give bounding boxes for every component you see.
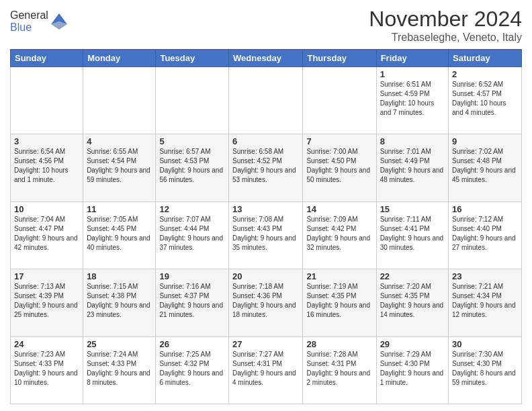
weekday-header: Wednesday — [229, 50, 303, 67]
day-info: Sunrise: 7:24 AM Sunset: 4:33 PM Dayligh… — [87, 350, 152, 387]
calendar-cell: 15Sunrise: 7:11 AM Sunset: 4:41 PM Dayli… — [376, 201, 448, 269]
day-info: Sunrise: 6:55 AM Sunset: 4:54 PM Dayligh… — [87, 147, 152, 185]
page: General Blue November 2024 Trebaseleghe,… — [0, 0, 532, 411]
header: General Blue November 2024 Trebaseleghe,… — [10, 7, 522, 44]
day-info: Sunrise: 7:00 AM Sunset: 4:50 PM Dayligh… — [306, 147, 372, 185]
day-number: 20 — [232, 271, 299, 281]
calendar-cell: 9Sunrise: 7:02 AM Sunset: 4:48 PM Daylig… — [449, 134, 522, 201]
day-info: Sunrise: 7:04 AM Sunset: 4:47 PM Dayligh… — [14, 215, 79, 253]
weekday-header: Tuesday — [156, 50, 229, 67]
day-number: 10 — [14, 204, 79, 214]
logo: General Blue — [10, 9, 69, 34]
day-info: Sunrise: 6:57 AM Sunset: 4:53 PM Dayligh… — [159, 147, 225, 185]
calendar-cell: 12Sunrise: 7:07 AM Sunset: 4:44 PM Dayli… — [156, 201, 229, 269]
calendar-cell: 29Sunrise: 7:29 AM Sunset: 4:30 PM Dayli… — [376, 336, 448, 404]
calendar-cell — [229, 67, 303, 134]
calendar-cell: 22Sunrise: 7:20 AM Sunset: 4:35 PM Dayli… — [376, 269, 448, 336]
calendar-cell — [303, 67, 376, 134]
day-number: 14 — [306, 204, 372, 214]
weekday-header: Sunday — [11, 50, 83, 67]
day-number: 6 — [232, 136, 299, 146]
calendar-cell: 24Sunrise: 7:23 AM Sunset: 4:33 PM Dayli… — [11, 336, 83, 404]
calendar-cell: 23Sunrise: 7:21 AM Sunset: 4:34 PM Dayli… — [449, 269, 522, 336]
day-number: 1 — [380, 69, 445, 79]
day-number: 29 — [380, 339, 445, 349]
calendar-cell: 18Sunrise: 7:15 AM Sunset: 4:38 PM Dayli… — [83, 269, 156, 336]
day-number: 16 — [452, 204, 518, 214]
day-number: 7 — [306, 136, 372, 146]
calendar-cell: 20Sunrise: 7:18 AM Sunset: 4:36 PM Dayli… — [229, 269, 303, 336]
day-info: Sunrise: 7:30 AM Sunset: 4:30 PM Dayligh… — [452, 350, 518, 387]
calendar-table: SundayMondayTuesdayWednesdayThursdayFrid… — [10, 49, 522, 404]
day-number: 25 — [87, 339, 152, 349]
calendar-cell: 8Sunrise: 7:01 AM Sunset: 4:49 PM Daylig… — [376, 134, 448, 201]
calendar-cell: 11Sunrise: 7:05 AM Sunset: 4:45 PM Dayli… — [83, 201, 156, 269]
day-info: Sunrise: 7:12 AM Sunset: 4:40 PM Dayligh… — [452, 215, 518, 253]
day-number: 21 — [306, 271, 372, 281]
day-info: Sunrise: 7:28 AM Sunset: 4:31 PM Dayligh… — [306, 350, 372, 387]
location-title: Trebaseleghe, Veneto, Italy — [369, 32, 522, 44]
day-number: 13 — [232, 204, 299, 214]
calendar-cell: 13Sunrise: 7:08 AM Sunset: 4:43 PM Dayli… — [229, 201, 303, 269]
logo-general-text: General — [10, 9, 48, 21]
day-info: Sunrise: 7:15 AM Sunset: 4:38 PM Dayligh… — [87, 282, 152, 320]
day-info: Sunrise: 7:07 AM Sunset: 4:44 PM Dayligh… — [159, 215, 225, 253]
title-block: November 2024 Trebaseleghe, Veneto, Ital… — [369, 7, 522, 44]
weekday-header: Monday — [83, 50, 156, 67]
calendar-cell: 21Sunrise: 7:19 AM Sunset: 4:35 PM Dayli… — [303, 269, 376, 336]
day-number: 15 — [380, 204, 445, 214]
day-number: 9 — [452, 136, 518, 146]
day-number: 26 — [159, 339, 225, 349]
calendar-cell: 10Sunrise: 7:04 AM Sunset: 4:47 PM Dayli… — [11, 201, 83, 269]
calendar-week-row: 10Sunrise: 7:04 AM Sunset: 4:47 PM Dayli… — [11, 201, 522, 269]
day-info: Sunrise: 7:23 AM Sunset: 4:33 PM Dayligh… — [14, 350, 79, 387]
calendar-cell: 1Sunrise: 6:51 AM Sunset: 4:59 PM Daylig… — [376, 67, 448, 134]
day-number: 2 — [452, 69, 518, 79]
day-info: Sunrise: 7:18 AM Sunset: 4:36 PM Dayligh… — [232, 282, 299, 320]
calendar-cell — [11, 67, 83, 134]
calendar-cell: 14Sunrise: 7:09 AM Sunset: 4:42 PM Dayli… — [303, 201, 376, 269]
calendar-cell: 6Sunrise: 6:58 AM Sunset: 4:52 PM Daylig… — [229, 134, 303, 201]
calendar-cell: 26Sunrise: 7:25 AM Sunset: 4:32 PM Dayli… — [156, 336, 229, 404]
day-info: Sunrise: 7:20 AM Sunset: 4:35 PM Dayligh… — [380, 282, 445, 320]
calendar-week-row: 17Sunrise: 7:13 AM Sunset: 4:39 PM Dayli… — [11, 269, 522, 336]
day-number: 8 — [380, 136, 445, 146]
calendar-cell: 28Sunrise: 7:28 AM Sunset: 4:31 PM Dayli… — [303, 336, 376, 404]
calendar-cell: 27Sunrise: 7:27 AM Sunset: 4:31 PM Dayli… — [229, 336, 303, 404]
logo-blue-text: Blue — [10, 21, 32, 33]
weekday-header: Friday — [376, 50, 448, 67]
day-info: Sunrise: 7:09 AM Sunset: 4:42 PM Dayligh… — [306, 215, 372, 253]
day-info: Sunrise: 7:13 AM Sunset: 4:39 PM Dayligh… — [14, 282, 79, 320]
day-info: Sunrise: 6:58 AM Sunset: 4:52 PM Dayligh… — [232, 147, 299, 185]
calendar-cell — [156, 67, 229, 134]
day-number: 23 — [452, 271, 518, 281]
day-number: 30 — [452, 339, 518, 349]
calendar-header-row: SundayMondayTuesdayWednesdayThursdayFrid… — [11, 50, 522, 67]
day-number: 5 — [159, 136, 225, 146]
day-number: 18 — [87, 271, 152, 281]
day-number: 28 — [306, 339, 372, 349]
day-info: Sunrise: 7:02 AM Sunset: 4:48 PM Dayligh… — [452, 147, 518, 185]
calendar-cell: 2Sunrise: 6:52 AM Sunset: 4:57 PM Daylig… — [449, 67, 522, 134]
day-number: 11 — [87, 204, 152, 214]
calendar-cell: 16Sunrise: 7:12 AM Sunset: 4:40 PM Dayli… — [449, 201, 522, 269]
day-info: Sunrise: 7:11 AM Sunset: 4:41 PM Dayligh… — [380, 215, 445, 253]
calendar-cell: 30Sunrise: 7:30 AM Sunset: 4:30 PM Dayli… — [449, 336, 522, 404]
day-number: 4 — [87, 136, 152, 146]
day-number: 12 — [159, 204, 225, 214]
day-info: Sunrise: 7:16 AM Sunset: 4:37 PM Dayligh… — [159, 282, 225, 320]
calendar-week-row: 3Sunrise: 6:54 AM Sunset: 4:56 PM Daylig… — [11, 134, 522, 201]
day-number: 24 — [14, 339, 79, 349]
day-number: 27 — [232, 339, 299, 349]
day-info: Sunrise: 7:29 AM Sunset: 4:30 PM Dayligh… — [380, 350, 445, 387]
calendar-cell: 5Sunrise: 6:57 AM Sunset: 4:53 PM Daylig… — [156, 134, 229, 201]
weekday-header: Saturday — [449, 50, 522, 67]
calendar-week-row: 1Sunrise: 6:51 AM Sunset: 4:59 PM Daylig… — [11, 67, 522, 134]
calendar-cell: 3Sunrise: 6:54 AM Sunset: 4:56 PM Daylig… — [11, 134, 83, 201]
day-info: Sunrise: 7:08 AM Sunset: 4:43 PM Dayligh… — [232, 215, 299, 253]
weekday-header: Thursday — [303, 50, 376, 67]
day-info: Sunrise: 6:52 AM Sunset: 4:57 PM Dayligh… — [452, 80, 518, 118]
day-number: 3 — [14, 136, 79, 146]
calendar-cell: 25Sunrise: 7:24 AM Sunset: 4:33 PM Dayli… — [83, 336, 156, 404]
day-info: Sunrise: 6:54 AM Sunset: 4:56 PM Dayligh… — [14, 147, 79, 185]
